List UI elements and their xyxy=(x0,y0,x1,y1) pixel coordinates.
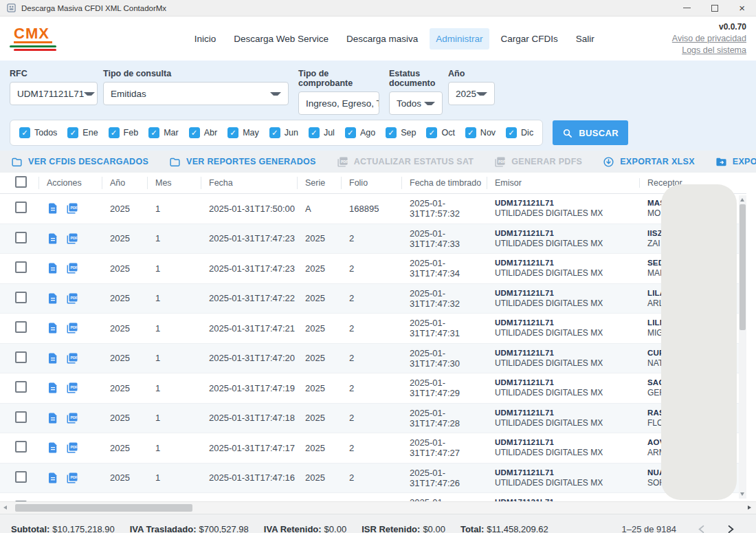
row-checkbox[interactable] xyxy=(15,471,27,483)
vertical-scrollbar[interactable] xyxy=(739,195,746,499)
row-checkbox[interactable] xyxy=(15,292,27,303)
toolbar-button[interactable]: PDF ACTUALIZAR ESTATUS SAT xyxy=(337,156,474,168)
view-xml-icon[interactable] xyxy=(47,442,59,454)
view-pdf-icon[interactable]: PDF xyxy=(66,322,78,334)
month-filter[interactable]: Nov xyxy=(465,127,496,138)
horizontal-scroll-thumb[interactable] xyxy=(15,504,192,512)
view-pdf-icon[interactable]: PDF xyxy=(66,292,78,305)
row-checkbox[interactable] xyxy=(15,261,27,273)
view-pdf-icon[interactable]: PDF xyxy=(66,382,78,394)
view-pdf-icon[interactable]: PDF xyxy=(66,202,78,215)
filter-select[interactable]: Emitidas xyxy=(103,82,289,105)
month-checkbox[interactable] xyxy=(109,127,120,138)
month-filter[interactable]: Mar xyxy=(148,127,179,138)
filters-section: RFC UDM171121L71 Tipo de consulta Emitid… xyxy=(0,61,756,151)
view-xml-icon[interactable] xyxy=(47,322,59,334)
nav-item[interactable]: Inicio xyxy=(188,28,223,50)
nav-item[interactable]: Descarga masiva xyxy=(340,28,424,50)
month-checkbox[interactable] xyxy=(506,127,517,138)
cell-serie: 2025 xyxy=(297,323,341,334)
month-filter[interactable]: Jul xyxy=(309,127,335,138)
view-pdf-icon[interactable]: PDF xyxy=(66,262,78,274)
filter-select[interactable]: Ingreso, Egreso, Traslado, Pago, Nómina xyxy=(298,91,379,115)
month-filter[interactable]: Oct xyxy=(426,127,454,138)
month-filter[interactable]: Jun xyxy=(269,127,298,138)
scroll-up-arrow[interactable] xyxy=(740,198,744,202)
month-filter[interactable]: Feb xyxy=(109,127,139,138)
month-checkbox[interactable] xyxy=(189,127,200,138)
filter-select[interactable]: 2025 xyxy=(448,82,495,105)
buscar-button[interactable]: BUSCAR xyxy=(553,120,628,145)
month-filter[interactable]: Ene xyxy=(67,127,98,138)
filter-select[interactable]: UDM171121L71 xyxy=(10,82,98,105)
view-xml-icon[interactable] xyxy=(47,262,59,274)
scroll-left-arrow[interactable] xyxy=(3,505,7,510)
month-checkbox[interactable] xyxy=(269,127,280,138)
row-checkbox[interactable] xyxy=(15,232,27,243)
month-checkbox[interactable] xyxy=(345,127,356,138)
scroll-right-arrow[interactable] xyxy=(748,505,751,510)
nav-item[interactable]: Descarga Web Service xyxy=(227,28,335,50)
row-checkbox[interactable] xyxy=(15,441,27,453)
header-link[interactable]: Logs del sistema xyxy=(672,45,746,56)
view-pdf-icon[interactable]: PDF xyxy=(66,442,78,454)
month-filter[interactable]: Dic xyxy=(506,127,533,138)
nav-item[interactable]: Salir xyxy=(570,28,601,50)
select-all-checkbox[interactable] xyxy=(15,176,27,188)
cell-folio: 2 xyxy=(341,323,401,334)
app-header: CMX Inicio Descarga Web Service Descarga… xyxy=(0,17,756,61)
month-checkbox[interactable] xyxy=(148,127,159,138)
toolbar-button[interactable]: PDF VER CFDIS DESCARGADOS xyxy=(11,156,148,168)
month-filter[interactable]: May xyxy=(227,127,259,138)
month-checkbox[interactable] xyxy=(19,127,30,138)
month-filter[interactable]: Abr xyxy=(189,127,217,138)
row-checkbox[interactable] xyxy=(15,321,27,333)
cmx-logo: CMX xyxy=(10,26,59,51)
next-page-button[interactable] xyxy=(726,525,735,533)
view-pdf-icon[interactable]: PDF xyxy=(66,352,78,365)
view-xml-icon[interactable] xyxy=(47,382,59,394)
view-xml-icon[interactable] xyxy=(47,352,59,365)
header-link[interactable]: Aviso de privacidad xyxy=(672,33,746,45)
toolbar-button[interactable]: PDF VER REPORTES GENERADOS xyxy=(169,156,316,168)
month-checkbox[interactable] xyxy=(386,127,397,138)
month-checkbox[interactable] xyxy=(465,127,476,138)
scroll-down-arrow[interactable] xyxy=(740,492,744,496)
month-checkbox[interactable] xyxy=(309,127,320,138)
month-filter[interactable]: Todos xyxy=(19,127,57,138)
row-checkbox[interactable] xyxy=(15,351,27,363)
filter-select[interactable]: Todos xyxy=(389,91,443,115)
view-pdf-icon[interactable]: PDF xyxy=(66,232,78,245)
header-right: v0.0.70 Aviso de privacidad Logs del sis… xyxy=(672,21,746,56)
close-button[interactable]: × xyxy=(739,3,745,13)
row-checkbox[interactable] xyxy=(15,411,27,423)
view-pdf-icon[interactable]: PDF xyxy=(66,412,78,424)
toolbar-button[interactable]: PDF EXPORTAR XMLS xyxy=(715,156,756,168)
nav-item[interactable]: Cargar CFDIs xyxy=(495,28,564,50)
minimize-button[interactable] xyxy=(683,8,691,8)
chevron-down-icon xyxy=(84,92,95,96)
cell-folio: 2 xyxy=(341,233,401,243)
toolbar-button[interactable]: PDF EXPORTAR XLSX xyxy=(603,156,695,168)
view-pdf-icon[interactable]: PDF xyxy=(66,472,78,484)
view-xml-icon[interactable] xyxy=(47,232,59,245)
cell-emisor: UDM171121L71 UTILIDADES DIGITALES MX xyxy=(487,408,639,428)
month-filter[interactable]: Ago xyxy=(345,127,375,138)
maximize-button[interactable] xyxy=(711,5,718,12)
month-checkbox[interactable] xyxy=(426,127,437,138)
view-xml-icon[interactable] xyxy=(47,472,59,484)
vertical-scroll-thumb[interactable] xyxy=(740,204,746,330)
row-checkbox[interactable] xyxy=(15,202,27,213)
view-xml-icon[interactable] xyxy=(47,412,59,424)
view-xml-icon[interactable] xyxy=(47,292,59,305)
view-xml-icon[interactable] xyxy=(47,202,59,215)
month-checkbox[interactable] xyxy=(227,127,238,138)
month-checkbox[interactable] xyxy=(67,127,78,138)
toolbar-button[interactable]: PDF GENERAR PDFS xyxy=(494,156,582,168)
horizontal-scrollbar[interactable] xyxy=(0,501,756,514)
nav-item[interactable]: Administrar xyxy=(430,28,489,50)
prev-page-button[interactable] xyxy=(697,525,706,533)
month-filter[interactable]: Sep xyxy=(386,127,416,138)
cell-serie: 2025 xyxy=(297,413,341,423)
row-checkbox[interactable] xyxy=(15,381,27,393)
